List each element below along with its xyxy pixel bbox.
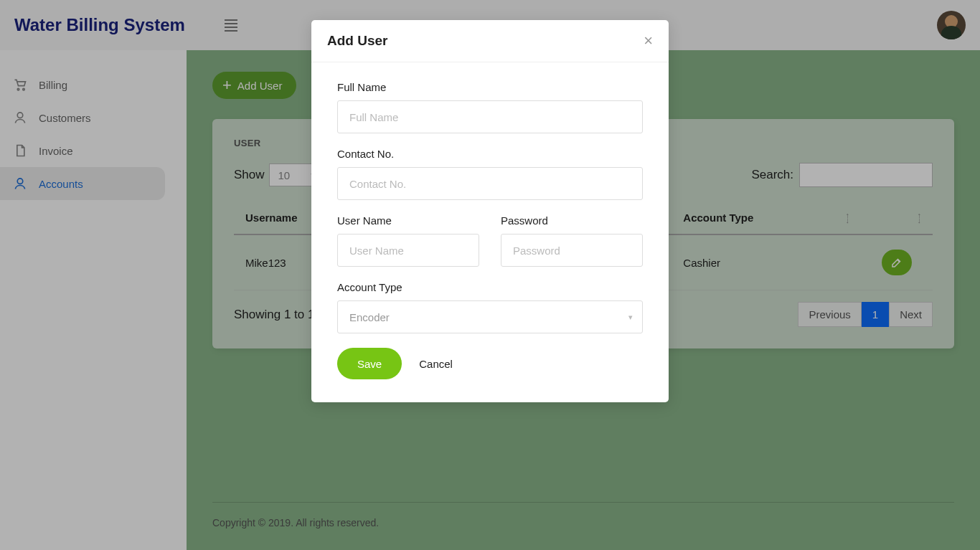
form-group-password: Password xyxy=(501,214,643,267)
modal-actions: Save Cancel xyxy=(337,348,643,379)
fullname-label: Full Name xyxy=(337,81,643,93)
form-group-username: User Name xyxy=(337,214,479,267)
account-type-select-wrap: Encoder xyxy=(337,300,643,333)
add-user-modal: Add User × Full Name Contact No. User Na… xyxy=(311,20,669,402)
save-button[interactable]: Save xyxy=(337,348,402,379)
account-type-select[interactable]: Encoder xyxy=(337,300,643,333)
modal-header: Add User × xyxy=(311,20,669,62)
username-label: User Name xyxy=(337,214,479,227)
fullname-input[interactable] xyxy=(337,100,643,133)
account-type-label: Account Type xyxy=(337,281,643,293)
contact-input[interactable] xyxy=(337,167,643,200)
password-label: Password xyxy=(501,214,643,227)
close-icon: × xyxy=(644,32,653,49)
username-input[interactable] xyxy=(337,234,479,267)
modal-body: Full Name Contact No. User Name Password… xyxy=(311,62,669,402)
contact-label: Contact No. xyxy=(337,148,643,160)
form-row-credentials: User Name Password xyxy=(337,214,643,281)
form-group-contact: Contact No. xyxy=(337,148,643,200)
password-input[interactable] xyxy=(501,234,643,267)
close-button[interactable]: × xyxy=(644,32,653,50)
form-group-fullname: Full Name xyxy=(337,81,643,133)
form-group-account-type: Account Type Encoder xyxy=(337,281,643,333)
modal-title: Add User xyxy=(327,33,387,49)
cancel-button[interactable]: Cancel xyxy=(419,358,453,370)
